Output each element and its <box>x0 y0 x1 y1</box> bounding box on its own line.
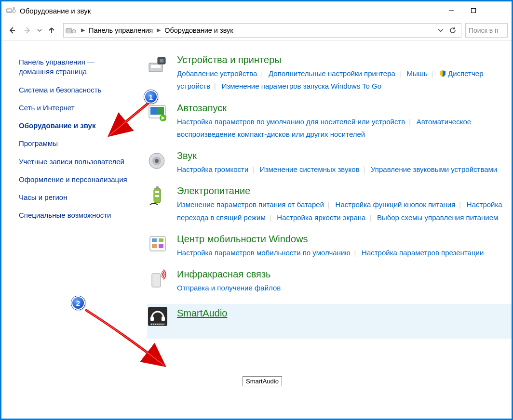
sidebar: Панель управления — домашняя страница Си… <box>1 41 147 419</box>
back-button[interactable] <box>5 24 19 37</box>
category-autoplay: Автозапуск Настройка параметров по умолч… <box>147 103 512 141</box>
window: Оборудование и звук ▶ Панель управления … <box>0 0 513 420</box>
chevron-right-icon: ▶ <box>154 27 163 33</box>
category-links: Настройка параметров по умолчанию для но… <box>177 116 506 141</box>
main-content: Устройства и принтеры Добавление устройс… <box>147 41 512 419</box>
link-add-device[interactable]: Добавление устройства <box>177 69 257 78</box>
infrared-icon <box>147 269 168 290</box>
category-links: Добавление устройства| Дополнительные на… <box>177 67 506 93</box>
category-title[interactable]: Центр мобильности Windows <box>177 234 506 245</box>
svg-rect-5 <box>472 9 476 13</box>
sidebar-item-home[interactable]: Панель управления — домашняя страница <box>19 57 130 77</box>
category-infrared: Инфракрасная связь Отправка и получение … <box>147 269 512 294</box>
autoplay-icon <box>147 103 168 124</box>
category-title[interactable]: Электропитание <box>177 185 506 197</box>
link-printer-settings[interactable]: Дополнительные настройки принтера <box>269 69 395 78</box>
window-controls <box>440 3 507 18</box>
svg-rect-26 <box>152 238 157 242</box>
chevron-right-icon: ▶ <box>78 27 88 33</box>
svg-rect-38 <box>157 324 158 325</box>
sidebar-item-hardware-sound[interactable]: Оборудование и звук <box>19 121 130 131</box>
annotation-badge-2: 2 <box>71 296 85 310</box>
link-volume[interactable]: Настройка громкости <box>177 165 248 173</box>
link-system-sounds[interactable]: Изменение системных звуков <box>260 165 360 173</box>
svg-rect-39 <box>159 324 160 325</box>
breadcrumb-icon <box>66 26 76 35</box>
svg-rect-23 <box>155 191 159 193</box>
link-power-plan[interactable]: Выбор схемы управления питанием <box>377 213 499 222</box>
maximize-button[interactable] <box>462 3 485 18</box>
hardware-sound-icon <box>6 6 16 15</box>
sidebar-item-network[interactable]: Сеть и Интернет <box>19 103 130 113</box>
category-links: Изменение параметров питания от батарей|… <box>177 198 506 224</box>
category-title[interactable]: Устройства и принтеры <box>177 54 506 66</box>
refresh-button[interactable] <box>446 24 459 37</box>
category-sound: Звук Настройка громкости| Изменение сист… <box>147 150 512 176</box>
category-power: Электропитание Изменение параметров пита… <box>147 185 512 224</box>
link-mobility-defaults[interactable]: Настройка параметров мобильности по умол… <box>177 249 351 257</box>
link-send-receive-files[interactable]: Отправка и получение файлов <box>177 284 281 292</box>
breadcrumb-item[interactable]: Оборудование и звук <box>163 26 234 34</box>
svg-rect-24 <box>155 195 159 197</box>
category-mobility: Центр мобильности Windows Настройка пара… <box>147 234 512 259</box>
category-smartaudio[interactable]: SmartAudio <box>147 304 512 339</box>
svg-rect-30 <box>152 274 161 287</box>
minimize-button[interactable] <box>440 3 462 18</box>
link-brightness[interactable]: Настройка яркости экрана <box>277 213 365 222</box>
category-title[interactable]: Звук <box>177 150 506 161</box>
link-mouse[interactable]: Мышь <box>406 69 427 78</box>
breadcrumb-dropdown[interactable] <box>436 27 446 33</box>
window-title: Оборудование и звук <box>20 7 440 15</box>
svg-rect-37 <box>155 324 156 325</box>
svg-rect-29 <box>159 244 163 248</box>
sidebar-item-clock-region[interactable]: Часы и регион <box>19 193 130 202</box>
category-links: Настройка громкости| Изменение системных… <box>177 163 506 176</box>
link-battery-settings[interactable]: Изменение параметров питания от батарей <box>177 200 324 209</box>
svg-rect-16 <box>150 107 157 115</box>
link-windows-to-go[interactable]: Изменение параметров запуска Windows To … <box>222 82 381 90</box>
svg-rect-27 <box>159 238 163 242</box>
nav-row: ▶ Панель управления ▶ Оборудование и зву… <box>1 20 512 41</box>
category-title[interactable]: Инфракрасная связь <box>177 269 506 280</box>
svg-point-20 <box>155 159 159 163</box>
forward-button[interactable] <box>21 24 34 37</box>
devices-printers-icon <box>147 54 168 76</box>
search-input[interactable]: Поиск в п <box>465 23 508 38</box>
svg-rect-35 <box>151 324 152 325</box>
sidebar-item-programs[interactable]: Программы <box>19 139 130 148</box>
svg-point-2 <box>12 10 15 13</box>
titlebar: Оборудование и звук <box>1 1 512 20</box>
sidebar-item-user-accounts[interactable]: Учетные записи пользователей <box>19 157 130 167</box>
category-links: Отправка и получение файлов <box>177 282 506 294</box>
body: Панель управления — домашняя страница Си… <box>1 41 512 419</box>
smartaudio-icon <box>147 306 168 327</box>
link-power-buttons[interactable]: Настройка функций кнопок питания <box>336 200 456 209</box>
link-manage-audio[interactable]: Управление звуковыми устройствами <box>371 165 497 173</box>
svg-rect-11 <box>151 65 161 68</box>
svg-rect-1 <box>7 10 11 11</box>
svg-point-9 <box>72 29 76 33</box>
category-title[interactable]: Автозапуск <box>177 103 506 114</box>
svg-rect-33 <box>162 316 165 321</box>
sidebar-item-appearance[interactable]: Оформление и персонализация <box>19 175 130 184</box>
recent-locations-dropdown[interactable] <box>36 28 43 33</box>
link-presentation-settings[interactable]: Настройка параметров презентации <box>362 249 484 257</box>
breadcrumb[interactable]: ▶ Панель управления ▶ Оборудование и зву… <box>63 23 461 38</box>
power-icon <box>147 185 168 207</box>
svg-point-13 <box>160 59 163 63</box>
svg-rect-22 <box>156 186 159 189</box>
up-button[interactable] <box>45 24 58 37</box>
mobility-icon <box>147 234 168 255</box>
svg-rect-8 <box>66 28 72 33</box>
svg-rect-36 <box>153 324 154 325</box>
svg-rect-41 <box>162 324 163 325</box>
tooltip: SmartAudio <box>243 376 282 386</box>
category-links: Настройка параметров мобильности по умол… <box>177 247 506 259</box>
link-default-media-settings[interactable]: Настройка параметров по умолчанию для но… <box>177 118 405 126</box>
sound-icon <box>147 150 168 171</box>
breadcrumb-item[interactable]: Панель управления <box>88 26 154 34</box>
sidebar-item-system-security[interactable]: Система и безопасность <box>19 85 130 95</box>
category-title[interactable]: SmartAudio <box>177 308 506 319</box>
sidebar-item-ease-of-access[interactable]: Специальные возможности <box>19 210 130 220</box>
svg-rect-3 <box>13 7 14 10</box>
